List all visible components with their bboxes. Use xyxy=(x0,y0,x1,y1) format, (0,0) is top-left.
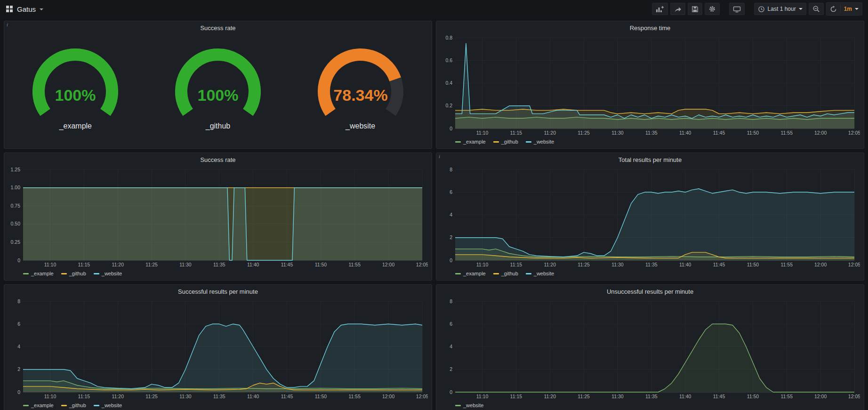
grid-icon xyxy=(6,5,13,13)
svg-text:11:25: 11:25 xyxy=(578,262,590,267)
gauge-value: 100% xyxy=(198,86,239,104)
legend-item-_website[interactable]: _website xyxy=(94,271,122,276)
legend-swatch xyxy=(94,273,99,274)
gauge-_github: 100%_github xyxy=(159,48,277,130)
series-fill-_website xyxy=(455,189,854,260)
svg-text:11:35: 11:35 xyxy=(645,262,658,267)
axis-labels: 0246811:1011:1511:2011:2511:3011:3511:40… xyxy=(450,298,860,400)
panel-title[interactable]: Successful results per minute xyxy=(4,285,432,297)
svg-text:11:20: 11:20 xyxy=(544,262,556,267)
legend-label: _example xyxy=(31,402,54,408)
legend-item-_website[interactable]: _website xyxy=(526,271,554,276)
chart-legend: _example_github_website xyxy=(6,269,428,278)
legend-swatch xyxy=(94,405,99,406)
refresh-button[interactable] xyxy=(827,3,840,15)
svg-text:11:35: 11:35 xyxy=(213,262,225,267)
svg-text:11:55: 11:55 xyxy=(781,394,793,399)
svg-text:11:15: 11:15 xyxy=(510,394,522,399)
panel-info-icon[interactable]: i xyxy=(439,153,440,159)
series-fills xyxy=(455,189,854,260)
series-line-_website xyxy=(455,324,854,392)
svg-text:11:30: 11:30 xyxy=(611,394,624,399)
svg-text:0.2: 0.2 xyxy=(445,103,452,108)
legend-label: _github xyxy=(501,271,518,276)
panel-successful-results: Successful results per minute 0246811:10… xyxy=(4,284,432,410)
panel-title[interactable]: Unsuccessful results per minute xyxy=(436,285,864,297)
panel-response-time: Response time 00.20.40.60.811:1011:1511:… xyxy=(436,21,864,149)
chevron-down-icon xyxy=(40,8,43,10)
svg-text:12:00: 12:00 xyxy=(814,394,827,399)
legend-swatch xyxy=(61,273,67,274)
share-dashboard-button[interactable] xyxy=(670,3,685,15)
svg-text:8: 8 xyxy=(450,167,452,172)
successful-results-chart[interactable]: 0246811:1011:1511:2011:2511:3011:3511:40… xyxy=(6,297,428,401)
svg-text:0.25: 0.25 xyxy=(11,239,21,245)
success-rate-chart[interactable]: 00.250.500.751.001.2511:1011:1511:2011:2… xyxy=(6,165,428,269)
legend-swatch xyxy=(61,405,67,406)
panel-title[interactable]: Response time xyxy=(436,21,864,33)
dashboard-title: Gatus xyxy=(17,5,36,13)
legend-swatch xyxy=(455,141,461,143)
svg-text:12:05: 12:05 xyxy=(416,262,428,267)
zoom-out-button[interactable] xyxy=(809,3,824,15)
svg-text:0.75: 0.75 xyxy=(11,203,21,209)
chart-legend: _example_github_website xyxy=(438,137,860,146)
svg-text:11:20: 11:20 xyxy=(544,394,556,399)
legend-item-_github[interactable]: _github xyxy=(61,402,86,408)
legend-label: _website xyxy=(534,139,554,145)
refresh-interval-picker[interactable]: 1m xyxy=(841,3,862,15)
navbar-actions: Last 1 hour 1m xyxy=(652,2,862,16)
legend-item-_github[interactable]: _github xyxy=(61,271,86,276)
svg-text:11:15: 11:15 xyxy=(78,262,90,267)
panel-title[interactable]: Success rate xyxy=(4,21,432,33)
legend-label: _website xyxy=(534,271,554,276)
time-range-picker[interactable]: Last 1 hour xyxy=(754,3,806,15)
legend-item-_website[interactable]: _website xyxy=(455,402,483,408)
panel-info-icon[interactable]: i xyxy=(7,22,8,27)
svg-text:12:05: 12:05 xyxy=(416,394,428,399)
panel-total-results: i Total results per minute 0246811:1011:… xyxy=(436,153,864,281)
legend-item-_github[interactable]: _github xyxy=(493,271,518,276)
svg-text:0: 0 xyxy=(450,126,452,131)
legend-swatch xyxy=(493,141,499,143)
svg-text:11:55: 11:55 xyxy=(781,262,793,267)
svg-text:11:45: 11:45 xyxy=(281,394,293,399)
unsuccessful-results-chart[interactable]: 0246811:1011:1511:2011:2511:3011:3511:40… xyxy=(438,297,860,401)
svg-text:11:10: 11:10 xyxy=(476,394,489,399)
legend-item-_example[interactable]: _example xyxy=(23,402,54,408)
dashboard-settings-button[interactable] xyxy=(705,3,720,15)
save-dashboard-button[interactable] xyxy=(688,3,702,15)
legend-label: _example xyxy=(31,271,54,276)
panel-title[interactable]: Total results per minute xyxy=(436,153,864,165)
dashboard-picker[interactable]: Gatus xyxy=(6,5,43,13)
refresh-controls: 1m xyxy=(826,2,862,16)
chart-legend: _example_github_website xyxy=(438,269,860,278)
legend-item-_example[interactable]: _example xyxy=(455,271,486,276)
svg-text:11:30: 11:30 xyxy=(611,130,624,136)
cycle-view-mode-button[interactable] xyxy=(729,3,745,15)
svg-text:11:55: 11:55 xyxy=(781,130,793,136)
svg-text:0.50: 0.50 xyxy=(11,221,21,226)
legend-label: _github xyxy=(501,139,518,145)
legend-item-_github[interactable]: _github xyxy=(493,139,518,145)
legend-item-_example[interactable]: _example xyxy=(455,139,486,145)
series-fill-_website xyxy=(23,188,422,260)
add-panel-button[interactable] xyxy=(652,3,668,15)
gauge-value: 78.34% xyxy=(333,86,387,104)
panel-title[interactable]: Success rate xyxy=(4,153,432,165)
legend-swatch xyxy=(455,273,461,274)
svg-text:11:40: 11:40 xyxy=(679,262,691,267)
svg-text:12:00: 12:00 xyxy=(814,130,827,136)
legend-item-_website[interactable]: _website xyxy=(94,402,122,408)
svg-text:1.00: 1.00 xyxy=(11,185,21,190)
legend-swatch xyxy=(455,405,461,406)
svg-text:11:30: 11:30 xyxy=(179,394,192,399)
svg-text:11:30: 11:30 xyxy=(611,262,624,267)
total-results-chart[interactable]: 0246811:1011:1511:2011:2511:3011:3511:40… xyxy=(438,165,860,269)
legend-item-_website[interactable]: _website xyxy=(526,139,554,145)
svg-text:11:20: 11:20 xyxy=(544,130,556,136)
response-time-chart[interactable]: 00.20.40.60.811:1011:1511:2011:2511:3011… xyxy=(438,33,860,137)
series-fills xyxy=(23,324,422,392)
grid-lines xyxy=(455,301,854,392)
legend-item-_example[interactable]: _example xyxy=(23,271,54,276)
